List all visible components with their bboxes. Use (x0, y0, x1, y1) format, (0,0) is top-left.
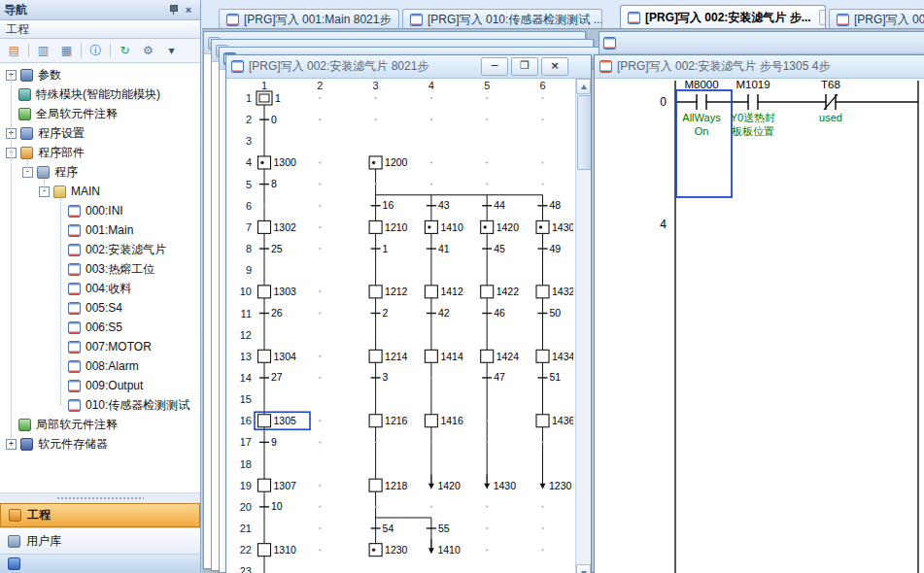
tree-item-010[interactable]: 010:传感器检测测试 (0, 395, 200, 415)
dropdown-arrow-icon[interactable]: ▾ (162, 42, 181, 60)
sfc-transition[interactable]: 16 (371, 199, 394, 211)
sfc-transition[interactable]: 41 (427, 243, 450, 254)
sfc-step[interactable]: 1212 (369, 286, 408, 298)
tree-item-007[interactable]: 007:MOTOR (0, 337, 200, 356)
sfc-step[interactable]: 1218 (369, 479, 408, 491)
sfc-transition[interactable]: 3 (371, 371, 389, 383)
panel-button-user-library[interactable]: 用户库 (0, 527, 200, 554)
tree-item-009[interactable]: 009:Output (0, 376, 200, 395)
sfc-transition[interactable]: 55 (427, 522, 450, 534)
sfc-transition[interactable]: 42 (427, 307, 450, 319)
sfc-transition[interactable]: 48 (538, 199, 562, 211)
tree-item-parameter[interactable]: +参数 (0, 65, 200, 84)
sfc-window-titlebar[interactable]: [PRG]写入 002:安装滤气片 8021步 ─ ❐ × (226, 55, 591, 79)
sfc-step[interactable]: 1422 (481, 286, 520, 298)
sfc-jump[interactable]: 1420 (428, 475, 461, 491)
ladder-window-titlebar[interactable]: [PRG]写入 002:安装滤气片 步号1305 4步 (595, 55, 924, 79)
tree-item-003[interactable]: 003:热熔工位 (0, 259, 200, 279)
tree-item-device-memory[interactable]: +软元件存储器 (0, 434, 200, 454)
tree-item-005[interactable]: 005:S4 (0, 298, 200, 318)
sfc-transition[interactable]: 46 (482, 307, 505, 319)
sfc-jump[interactable]: 1230 (540, 475, 572, 491)
sort-icon[interactable]: ⚙ (139, 42, 157, 60)
ladder-contact-M8000[interactable]: M8000AllWaysOn (676, 79, 732, 197)
document-tab-1[interactable]: [PRG]写入 010:传感器检测测试 ... (402, 9, 602, 29)
tree-item-local-device-comment[interactable]: 局部软元件注释 (0, 415, 200, 434)
dock-window-icon[interactable]: ▤ (5, 42, 23, 60)
sfc-step[interactable]: 1424 (481, 350, 520, 362)
ladder-contact-M1019[interactable]: M1019Y0送热封板板位置 (731, 79, 775, 137)
tab-close-icon[interactable]: × (819, 10, 826, 25)
restore-button[interactable]: ❐ (511, 57, 538, 76)
sfc-transition[interactable]: 43 (427, 199, 450, 211)
sfc-transition[interactable]: 54 (371, 522, 394, 534)
sfc-transition[interactable]: 27 (259, 371, 283, 383)
sfc-step[interactable]: 1 (257, 91, 281, 105)
refresh-icon[interactable]: ↻ (116, 42, 134, 60)
sfc-step[interactable]: 1304 (258, 350, 297, 362)
sfc-step[interactable]: 1210 (369, 220, 408, 233)
sfc-step[interactable]: 1303 (258, 286, 297, 298)
sfc-step[interactable]: 1414 (425, 350, 463, 362)
sfc-step[interactable]: 1200 (369, 156, 408, 169)
sfc-transition[interactable]: 25 (259, 243, 283, 254)
tree-item-006[interactable]: 006:S5 (0, 318, 200, 337)
scroll-up-icon[interactable] (576, 79, 591, 94)
sfc-jump[interactable]: 1410 (428, 539, 461, 556)
paste-icon[interactable]: ▦ (57, 42, 76, 60)
sfc-transition[interactable]: 45 (482, 243, 505, 254)
sfc-step[interactable]: 1434 (536, 350, 573, 362)
sfc-transition[interactable]: 26 (259, 307, 283, 319)
sfc-step[interactable]: 1310 (258, 544, 297, 556)
info-icon[interactable]: ⓘ (86, 42, 105, 60)
ladder-canvas[interactable]: 0M8000AllWaysOnM1019Y0送热封板板位置T68used4 (595, 79, 924, 573)
sfc-transition[interactable]: 9 (259, 436, 277, 448)
panel-button-project[interactable]: 工程 (0, 503, 200, 527)
document-tab-0[interactable]: [PRG]写入 001:Main 8021步 (219, 9, 399, 29)
sfc-step[interactable]: 1230 (369, 544, 408, 556)
sfc-step[interactable]: 1416 (425, 415, 463, 427)
sfc-step[interactable]: 1300 (258, 156, 297, 169)
close-icon[interactable]: × (181, 3, 196, 17)
document-tab-3[interactable]: [PRG]写入 00 (829, 9, 924, 29)
sfc-transition[interactable]: 2 (371, 307, 389, 319)
panel-button-partial[interactable] (0, 554, 200, 573)
sfc-step[interactable]: 1410 (425, 220, 463, 233)
ladder-contact-T68[interactable]: T68used (819, 79, 842, 123)
tree-item-008[interactable]: 008:Alarm (0, 356, 200, 376)
sfc-transition[interactable]: 8 (259, 178, 277, 189)
sfc-transition[interactable]: 0 (259, 114, 277, 125)
close-button[interactable]: × (541, 57, 568, 76)
tree-item-program-setting[interactable]: +程序设置 (0, 123, 200, 143)
minimize-button[interactable]: ─ (481, 57, 508, 76)
panel-splitter-grip[interactable] (0, 492, 200, 503)
sfc-step[interactable]: 1432 (536, 286, 573, 298)
tree-item-000-ini[interactable]: 000:INI (0, 201, 200, 220)
tree-item-program[interactable]: -程序 (0, 162, 200, 182)
sfc-step[interactable]: 1436 (536, 415, 573, 427)
tree-item-intelligent-module[interactable]: 特殊模块(智能功能模块) (0, 84, 200, 104)
document-tab-2[interactable]: [PRG]写入 002:安装滤气片 步...× (620, 5, 826, 29)
sfc-step[interactable]: 1412 (425, 286, 463, 298)
tree-item-001-main[interactable]: 001:Main (0, 220, 200, 240)
sfc-step[interactable]: 1307 (258, 479, 297, 491)
scroll-down-icon[interactable] (576, 564, 591, 573)
sfc-transition[interactable]: 10 (259, 500, 283, 512)
sfc-step[interactable]: 1216 (369, 415, 408, 427)
tree-item-pou[interactable]: -程序部件 (0, 143, 200, 162)
sfc-step[interactable]: 1430 (536, 220, 573, 233)
sfc-transition[interactable]: 49 (538, 243, 562, 254)
sfc-transition[interactable]: 1 (371, 243, 389, 254)
sfc-transition[interactable]: 47 (482, 371, 505, 383)
tree-item-global-device-comment[interactable]: 全局软元件注释 (0, 104, 200, 123)
sfc-step[interactable]: 1214 (369, 350, 408, 362)
tree-item-004[interactable]: 004:收料 (0, 279, 200, 298)
pin-icon[interactable] (165, 3, 181, 17)
sfc-step[interactable]: 1302 (258, 220, 297, 233)
scrollbar-thumb[interactable] (577, 95, 591, 170)
sfc-step[interactable]: 1305 (255, 412, 310, 429)
copy-icon[interactable]: ▥ (34, 42, 52, 60)
tree-item-002[interactable]: 002:安装滤气片 (0, 240, 200, 259)
sfc-jump[interactable]: 1430 (484, 475, 516, 491)
sfc-transition[interactable]: 50 (538, 307, 562, 319)
